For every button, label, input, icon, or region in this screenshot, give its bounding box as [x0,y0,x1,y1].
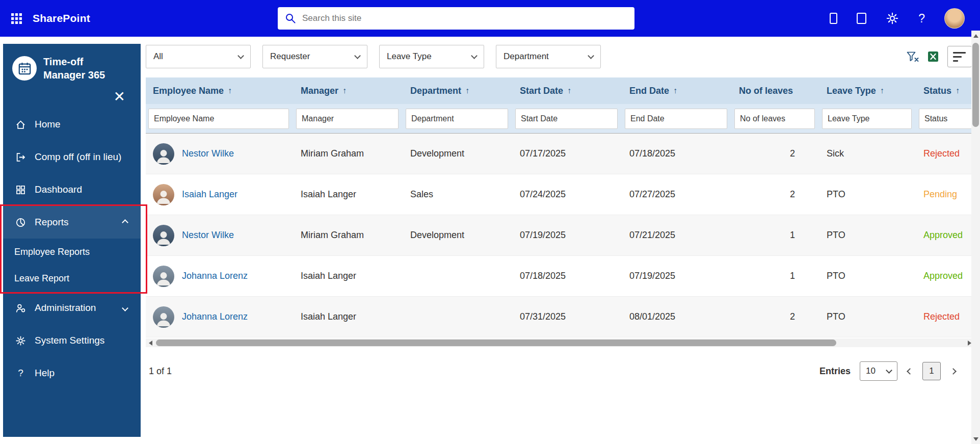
start-date-cell: 07/18/2025 [513,271,622,281]
employee-link[interactable]: Nestor Wilke [182,148,234,159]
table-row[interactable]: Johanna Lorenz Isaiah Langer 07/31/2025 … [146,297,974,337]
filter-input-leave-type[interactable] [822,109,912,129]
sidebar-item-home[interactable]: Home [3,108,141,141]
manager-cell: Miriam Graham [294,230,403,241]
account-avatar[interactable] [944,8,965,29]
employee-link[interactable]: Nestor Wilke [182,230,234,241]
sharepoint-brand[interactable]: SharePoint [33,12,90,24]
column-options-button[interactable] [947,46,972,67]
sidebar-item-system-settings[interactable]: System Settings [3,324,141,357]
employee-cell: Johanna Lorenz [146,306,294,328]
end-date-cell: 07/19/2025 [622,271,732,281]
sidebar-item-comp-off[interactable]: Comp off (off in lieu) [3,141,141,173]
sidebar-item-employee-reports[interactable]: Employee Reports [3,239,141,265]
mobile-device-icon[interactable] [830,13,837,24]
filter-input-no-of-leaves[interactable] [734,109,815,129]
col-header-manager[interactable]: Manager↑ [294,86,403,96]
chevron-down-icon [471,53,478,59]
end-date-cell: 07/18/2025 [622,148,732,159]
entries-value: 10 [866,366,876,376]
filter-input-department[interactable] [406,109,508,129]
department-dropdown[interactable]: Department [496,45,601,68]
next-page-icon[interactable] [950,369,957,374]
close-menu-icon[interactable]: ✕ [114,90,125,104]
settings-gear-icon[interactable] [886,12,899,25]
leave-type-dropdown[interactable]: Leave Type [379,45,484,68]
department-cell: Development [403,230,513,241]
search-input[interactable] [302,13,627,23]
scrollbar-thumb[interactable] [156,339,836,346]
sort-asc-icon: ↑ [880,86,884,95]
clear-filter-icon[interactable] [907,51,919,62]
status-cell: Approved [916,230,974,241]
manager-cell: Isaiah Langer [294,311,403,322]
page-number-button[interactable]: 1 [922,362,941,380]
search-icon [285,13,296,24]
scrollbar-track[interactable] [155,338,965,347]
table-row[interactable]: Nestor Wilke Miriam Graham Development 0… [146,215,974,256]
employee-cell: Nestor Wilke [146,225,294,246]
filter-input-status[interactable] [919,109,974,129]
status-cell: Rejected [916,311,974,322]
subnav-label: Leave Report [14,273,69,284]
dropdown-value: Department [504,51,549,62]
table-row[interactable]: Nestor Wilke Miriam Graham Development 0… [146,134,974,174]
filter-input-employee-name[interactable] [148,109,289,129]
col-header-start-date[interactable]: Start Date↑ [513,86,622,96]
table-filter-row [146,104,974,134]
filter-input-manager[interactable] [296,109,399,129]
scroll-down-icon[interactable] [971,435,980,443]
col-header-department[interactable]: Department↑ [403,86,513,96]
entries-per-page-select[interactable]: 10 [860,361,897,381]
app-launcher-icon[interactable] [0,0,33,37]
view-dropdown[interactable]: All [146,45,251,68]
manager-cell: Isaiah Langer [294,189,403,200]
tablet-device-icon[interactable] [857,13,866,24]
requester-dropdown[interactable]: Requester [262,45,367,68]
app-logo [12,56,37,81]
sidebar-item-administration[interactable]: Administration [3,292,141,324]
leave-type-cell: PTO [819,271,916,281]
employee-link[interactable]: Johanna Lorenz [182,311,248,322]
scrollbar-thumb[interactable] [972,43,979,127]
entries-label: Entries [819,366,851,377]
sort-asc-icon: ↑ [228,86,232,95]
sidebar-item-leave-report[interactable]: Leave Report [3,265,141,292]
dropdown-value: Requester [270,51,310,62]
employee-link[interactable]: Isaiah Langer [182,189,237,200]
department-cell: Development [403,148,513,159]
export-excel-icon[interactable] [928,51,939,62]
question-icon: ? [15,368,26,379]
col-header-leave-type[interactable]: Leave Type↑ [819,86,916,96]
filter-input-end-date[interactable] [625,109,727,129]
sidebar-item-reports[interactable]: Reports [3,206,141,239]
search-box [278,7,634,30]
avatar [153,306,174,328]
col-header-status[interactable]: Status↑ [916,86,974,96]
col-header-employee-name[interactable]: Employee Name↑ [146,86,294,96]
col-header-no-of-leaves[interactable]: No of leaves [732,86,819,96]
col-header-end-date[interactable]: End Date↑ [622,86,732,96]
end-date-cell: 07/21/2025 [622,230,732,241]
sidebar-item-label: Reports [35,217,69,228]
employee-cell: Nestor Wilke [146,143,294,165]
leave-type-cell: PTO [819,311,916,322]
leave-type-cell: PTO [819,189,916,200]
help-icon[interactable]: ? [918,12,925,25]
vertical-scrollbar[interactable] [971,31,980,444]
employee-link[interactable]: Johanna Lorenz [182,271,248,281]
chevron-down-icon [886,367,892,374]
sidebar-item-label: Administration [35,302,96,314]
table-row[interactable]: Johanna Lorenz Isaiah Langer 07/18/2025 … [146,256,974,297]
horizontal-scrollbar[interactable] [146,338,974,347]
sidebar-item-dashboard[interactable]: Dashboard [3,173,141,206]
sidebar-item-help[interactable]: ? Help [3,357,141,389]
table-row[interactable]: Isaiah Langer Isaiah Langer Sales 07/24/… [146,174,974,215]
filter-input-start-date[interactable] [515,109,618,129]
reports-group: Reports Employee Reports Leave Report [3,206,141,292]
prev-page-icon[interactable] [907,369,913,374]
scroll-left-icon[interactable] [146,338,155,347]
sort-asc-icon: ↑ [465,86,469,95]
employee-cell: Johanna Lorenz [146,266,294,287]
scroll-up-icon[interactable] [971,32,980,40]
